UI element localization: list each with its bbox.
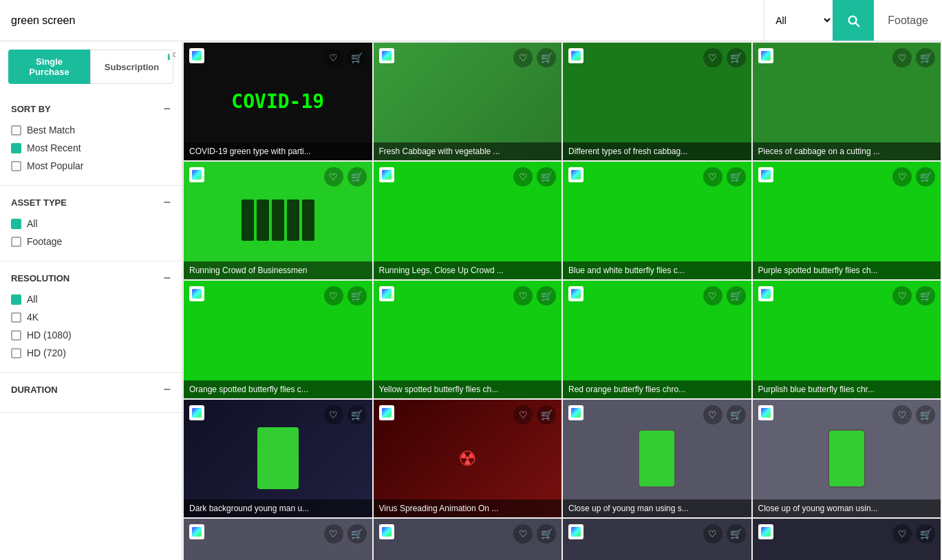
favorite-button[interactable]: ♡: [892, 286, 912, 305]
cart-button[interactable]: 🛒: [347, 48, 367, 67]
asset-type-footage[interactable]: Footage: [11, 236, 171, 247]
cube-icon: [761, 170, 771, 180]
asset-footage-checkbox[interactable]: [11, 237, 21, 247]
card-logo: [379, 286, 394, 301]
favorite-button[interactable]: ♡: [892, 524, 912, 543]
resolution-label: RESOLUTION: [11, 273, 69, 283]
media-card[interactable]: ♡ 🛒 Red orange butterfly flies chro...: [563, 281, 751, 398]
cart-button[interactable]: 🛒: [347, 405, 367, 424]
res-4k-checkbox[interactable]: [11, 312, 21, 323]
media-card[interactable]: ♡ 🛒 Yellow spotted butterfly flies ch...: [374, 281, 562, 398]
resolution-4k[interactable]: 4K: [11, 312, 171, 323]
favorite-button[interactable]: ♡: [703, 167, 722, 186]
sort-best-match[interactable]: Best Match: [11, 125, 171, 136]
cart-button[interactable]: 🛒: [916, 167, 935, 186]
search-input[interactable]: green screen: [0, 0, 764, 41]
media-card[interactable]: ♡ 🛒: [753, 519, 941, 560]
search-icon: [846, 13, 861, 28]
media-card[interactable]: ☢ ♡ 🛒 Virus Spreading Animation On ...: [374, 400, 562, 517]
resolution-hd1080[interactable]: HD (1080): [11, 330, 171, 341]
cart-button[interactable]: 🛒: [727, 524, 746, 543]
most-recent-checkbox[interactable]: [11, 143, 21, 153]
res-hd1080-label: HD (1080): [27, 330, 72, 341]
card-title: Yellow spotted butterfly flies ch...: [379, 385, 557, 394]
favorite-button[interactable]: ♡: [703, 286, 722, 305]
favorite-button[interactable]: ♡: [892, 405, 912, 424]
media-card[interactable]: ♡ 🛒 Purplish blue butterfly flies chr...: [753, 281, 941, 398]
favorite-button[interactable]: ♡: [513, 524, 533, 543]
cart-button[interactable]: 🛒: [916, 405, 935, 424]
media-card[interactable]: ♡ 🛒 Orange spotted butterfly flies c...: [184, 281, 372, 398]
favorite-button[interactable]: ♡: [324, 167, 343, 186]
media-card[interactable]: ♡ 🛒 Purple spotted butterfly flies ch...: [753, 162, 941, 279]
media-card[interactable]: ♡ 🛒: [184, 519, 372, 560]
cart-button[interactable]: 🛒: [727, 48, 746, 67]
favorite-button[interactable]: ♡: [892, 48, 912, 67]
most-popular-checkbox[interactable]: [11, 161, 21, 171]
media-card[interactable]: ♡ 🛒 Running Crowd of Businessmen: [184, 162, 372, 279]
media-card[interactable]: ♡ 🛒 Dark background young man u...: [184, 400, 372, 517]
resolution-collapse-icon[interactable]: −: [163, 271, 171, 286]
cart-button[interactable]: 🛒: [347, 524, 367, 543]
duration-collapse-icon[interactable]: −: [163, 383, 171, 397]
media-card[interactable]: ♡ 🛒 Different types of fresh cabbag...: [563, 43, 751, 160]
favorite-button[interactable]: ♡: [513, 286, 533, 305]
res-hd720-checkbox[interactable]: [11, 348, 21, 358]
resolution-hd720[interactable]: HD (720): [11, 347, 171, 358]
media-card[interactable]: ♡ 🛒 Close up of young man using s...: [563, 400, 751, 517]
favorite-button[interactable]: ♡: [324, 286, 343, 305]
cart-button[interactable]: 🛒: [727, 167, 746, 186]
cart-button[interactable]: 🛒: [727, 286, 746, 305]
media-card[interactable]: ♡ 🛒 Pieces of cabbage on a cutting ...: [753, 43, 941, 160]
cart-button[interactable]: 🛒: [347, 286, 367, 305]
resolution-all[interactable]: All: [11, 294, 171, 305]
cart-button[interactable]: 🛒: [537, 48, 556, 67]
favorite-button[interactable]: ♡: [324, 524, 343, 543]
media-card[interactable]: ♡ 🛒: [563, 519, 751, 560]
favorite-button[interactable]: ♡: [703, 524, 722, 543]
favorite-button[interactable]: ♡: [324, 405, 343, 424]
cart-button[interactable]: 🛒: [537, 167, 556, 186]
media-card[interactable]: ♡ 🛒 Close up of young woman usin...: [753, 400, 941, 517]
best-match-label: Best Match: [27, 125, 75, 136]
sort-most-recent[interactable]: Most Recent: [11, 142, 171, 153]
cart-button[interactable]: 🛒: [916, 524, 935, 543]
media-card[interactable]: ♡ 🛒 Blue and white butterfly flies c...: [563, 162, 751, 279]
favorite-button[interactable]: ♡: [703, 48, 722, 67]
favorite-button[interactable]: ♡: [324, 48, 343, 67]
single-purchase-tab[interactable]: SinglePurchase ℹ: [8, 50, 90, 84]
favorite-button[interactable]: ♡: [513, 48, 533, 67]
best-match-checkbox[interactable]: [11, 125, 21, 136]
media-card[interactable]: ♡ 🛒 Fresh Cabbage with vegetable ...: [374, 43, 562, 160]
sort-by-collapse-icon[interactable]: −: [163, 102, 171, 116]
favorite-button[interactable]: ♡: [513, 167, 533, 186]
cube-icon: [382, 289, 392, 299]
cart-button[interactable]: 🛒: [537, 524, 556, 543]
media-card[interactable]: COVID-19 ♡ 🛒 COVID-19 green type with pa…: [184, 43, 372, 160]
category-dropdown[interactable]: All Footage Photos Music: [764, 0, 833, 41]
sort-most-popular[interactable]: Most Popular: [11, 160, 171, 171]
card-logo: [189, 524, 204, 539]
res-hd1080-checkbox[interactable]: [11, 330, 21, 341]
card-logo: [379, 48, 394, 63]
asset-all-checkbox[interactable]: [11, 219, 21, 229]
asset-type-collapse-icon[interactable]: −: [163, 195, 171, 210]
asset-type-all[interactable]: All: [11, 218, 171, 229]
favorite-button[interactable]: ♡: [703, 405, 722, 424]
card-logo: [379, 167, 394, 182]
res-all-checkbox[interactable]: [11, 294, 21, 305]
cart-button[interactable]: 🛒: [727, 405, 746, 424]
search-button[interactable]: [833, 0, 874, 41]
cart-button[interactable]: 🛒: [347, 167, 367, 186]
media-card[interactable]: ♡ 🛒: [374, 519, 562, 560]
res-hd720-label: HD (720): [27, 347, 66, 358]
subscription-tab[interactable]: Subscription ℹ: [90, 50, 173, 84]
cart-button[interactable]: 🛒: [916, 48, 935, 67]
favorite-button[interactable]: ♡: [513, 405, 533, 424]
result-type-label: Footage: [874, 14, 942, 27]
cart-button[interactable]: 🛒: [537, 286, 556, 305]
media-card[interactable]: ♡ 🛒 Running Legs, Close Up Crowd ...: [374, 162, 562, 279]
favorite-button[interactable]: ♡: [892, 167, 912, 186]
cart-button[interactable]: 🛒: [537, 405, 556, 424]
cart-button[interactable]: 🛒: [916, 286, 935, 305]
